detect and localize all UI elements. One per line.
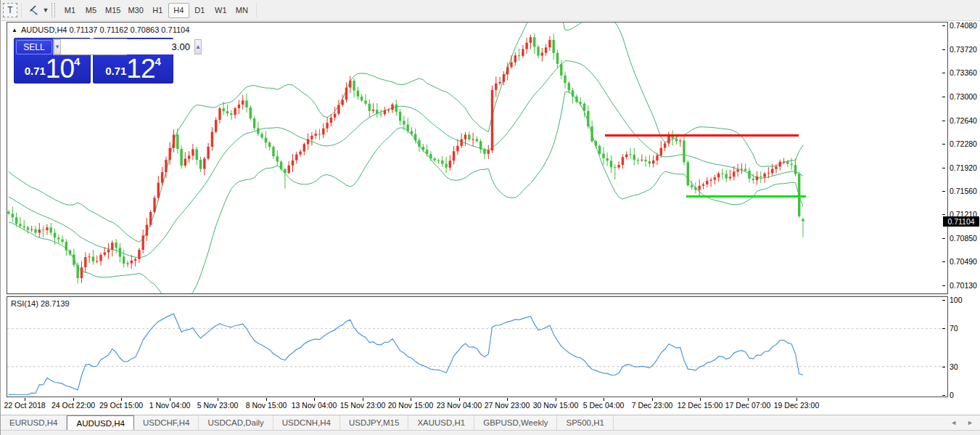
arrows-tool-icon[interactable] bbox=[25, 3, 41, 17]
time-axis-tick bbox=[796, 398, 797, 401]
time-axis-label: 12 Dec 15:00 bbox=[678, 401, 722, 410]
bid-price-prefix: 0.71 bbox=[25, 65, 46, 77]
timeframe-button-mn[interactable]: MN bbox=[231, 3, 252, 18]
volume-widget: ▼ ▲ bbox=[53, 38, 127, 55]
timeframe-button-m1[interactable]: M1 bbox=[59, 3, 81, 18]
timeframe-group: M1M5M15M30H1H4D1W1MN bbox=[59, 3, 252, 18]
sell-button[interactable]: SELL bbox=[16, 40, 52, 54]
time-axis-label: 8 Nov 15:00 bbox=[246, 401, 287, 410]
price-axis-tick bbox=[942, 191, 945, 192]
bid-price-big: 10 bbox=[46, 57, 74, 81]
chart-tab-usdjpy[interactable]: USDJPY,M15 bbox=[340, 415, 408, 430]
arrows-icon-glyph bbox=[28, 4, 39, 16]
time-axis-label: 29 Oct 15:00 bbox=[99, 401, 143, 410]
main-chart-plot[interactable]: ▲ AUDUSD,H4 0.71137 0.71162 0.70863 0.71… bbox=[7, 22, 948, 294]
chart-region: ▲ AUDUSD,H4 0.71137 0.71162 0.70863 0.71… bbox=[1, 21, 980, 415]
text-tool-icon[interactable]: T bbox=[3, 3, 17, 17]
rsi-axis-label: 30 bbox=[946, 362, 979, 371]
time-axis-label: 24 Oct 22:00 bbox=[52, 401, 95, 410]
chart-tab-usdcnh[interactable]: USDCNH,H4 bbox=[273, 415, 340, 430]
time-axis-label: 13 Nov 04:00 bbox=[292, 401, 337, 410]
rsi-axis-tick bbox=[942, 300, 945, 301]
rsi-axis-tick bbox=[942, 328, 945, 329]
time-axis-tick bbox=[604, 398, 604, 401]
timeframe-button-h1[interactable]: H1 bbox=[147, 3, 168, 18]
toolbar: T ▼ M1M5M15M30H1H4D1W1MN bbox=[1, 0, 980, 21]
rsi-axis-label: 70 bbox=[946, 324, 979, 333]
chart-tab-sp500[interactable]: SP500,H1 bbox=[557, 415, 613, 430]
time-axis-tick bbox=[556, 398, 556, 401]
tab-scroll-left-icon[interactable]: ◄ bbox=[950, 419, 957, 426]
timeframe-button-m30[interactable]: M30 bbox=[124, 3, 147, 18]
volume-down-icon[interactable]: ▼ bbox=[54, 39, 61, 54]
current-price-tag: 0.71104 bbox=[943, 216, 979, 227]
rsi-panel[interactable]: RSI(14) 28.7139 bbox=[7, 296, 948, 397]
chart-tab-gbpusd[interactable]: GBPUSD,Weekly bbox=[474, 415, 557, 430]
time-axis-tick bbox=[218, 398, 218, 401]
time-axis-label: 1 Nov 04:00 bbox=[149, 401, 191, 410]
bid-price-sup: 4 bbox=[74, 55, 80, 68]
collapse-triangle-icon[interactable]: ▲ bbox=[12, 27, 17, 33]
toolbar-separator-2 bbox=[256, 3, 257, 17]
chart-tab-eurusd[interactable]: EURUSD,H4 bbox=[1, 415, 67, 430]
price-axis-tick bbox=[942, 238, 945, 239]
time-axis-tick bbox=[363, 398, 363, 401]
volume-up-icon[interactable]: ▲ bbox=[194, 39, 202, 54]
time-axis-label: 19 Dec 23:00 bbox=[774, 401, 819, 410]
dropdown-caret-icon[interactable]: ▼ bbox=[41, 3, 50, 17]
time-axis-tick bbox=[507, 398, 508, 401]
timeframe-button-w1[interactable]: W1 bbox=[210, 3, 231, 18]
price-axis-label: 0.71920 bbox=[946, 163, 979, 172]
toolbar-grip[interactable] bbox=[52, 3, 55, 17]
time-axis-tick bbox=[170, 398, 170, 401]
timeframe-button-d1[interactable]: D1 bbox=[189, 3, 210, 18]
rsi-axis-label: 100 bbox=[946, 296, 979, 304]
chart-tab-bar: EURUSD,H4AUDUSD,H4USDCHF,H4USDCAD,DailyU… bbox=[1, 415, 980, 430]
price-axis-label: 0.70490 bbox=[946, 257, 979, 266]
time-axis-label: 22 Oct 2018 bbox=[4, 401, 45, 410]
price-axis-label: 0.72280 bbox=[946, 139, 979, 148]
time-axis-label: 7 Dec 23:00 bbox=[632, 401, 673, 410]
rsi-axis-tick bbox=[942, 367, 945, 367]
price-axis-label: 0.72640 bbox=[946, 116, 979, 125]
chart-tab-usdcad[interactable]: USDCAD,Daily bbox=[199, 415, 273, 430]
time-axis-tick bbox=[121, 398, 122, 401]
time-axis-tick bbox=[73, 398, 74, 401]
price-axis-label: 0.70850 bbox=[946, 234, 979, 243]
price-axis-tick bbox=[942, 25, 945, 26]
chart-tab-usdchf[interactable]: USDCHF,H4 bbox=[134, 415, 199, 430]
price-axis-tick bbox=[942, 261, 945, 262]
time-axis-label: 30 Nov 15:00 bbox=[533, 401, 578, 410]
time-axis-label: 5 Nov 23:00 bbox=[197, 401, 239, 410]
price-axis-tick bbox=[942, 49, 945, 50]
price-axis-label: 0.73000 bbox=[946, 92, 979, 101]
time-axis-label: 15 Nov 23:00 bbox=[340, 401, 385, 410]
price-axis-label: 0.73720 bbox=[946, 45, 979, 54]
price-axis-label: 0.71560 bbox=[946, 187, 979, 195]
toolbar-separator bbox=[21, 3, 22, 17]
volume-input[interactable] bbox=[61, 39, 194, 54]
ask-price: 0.71 12 4 bbox=[94, 55, 173, 81]
chart-tab-audusd[interactable]: AUDUSD,H4 bbox=[67, 415, 133, 430]
timeframe-button-h4[interactable]: H4 bbox=[168, 3, 189, 18]
tab-scroll-right-icon[interactable]: ► bbox=[967, 419, 973, 426]
ask-price-prefix: 0.71 bbox=[105, 65, 126, 77]
time-axis-tick bbox=[266, 398, 267, 401]
chart-tab-xauusd[interactable]: XAUUSD,H1 bbox=[408, 415, 474, 430]
status-bar bbox=[1, 430, 980, 435]
time-axis-tick bbox=[25, 398, 25, 401]
time-axis-label: 20 Nov 15:00 bbox=[388, 401, 433, 410]
time-axis-tick bbox=[652, 398, 653, 401]
bid-price: 0.71 10 4 bbox=[15, 55, 90, 81]
rsi-axis-label: 0 bbox=[946, 391, 979, 399]
rsi-chart bbox=[7, 297, 947, 397]
one-click-trading-panel: SELL 0.71 10 4 BUY 0.71 12 4 bbox=[14, 38, 173, 84]
price-axis-tick bbox=[942, 121, 945, 121]
timeframe-button-m15[interactable]: M15 bbox=[102, 3, 124, 18]
time-axis-tick bbox=[700, 398, 701, 401]
mt4-window: T ▼ M1M5M15M30H1H4D1W1MN ▲ AUDUSD,H4 0.7… bbox=[0, 0, 980, 435]
quote-header: ▲ AUDUSD,H4 0.71137 0.71162 0.70863 0.71… bbox=[12, 25, 189, 34]
rsi-indicator-label: RSI(14) 28.7139 bbox=[11, 299, 70, 308]
timeframe-button-m5[interactable]: M5 bbox=[81, 3, 102, 18]
rsi-axis-tick bbox=[942, 395, 945, 396]
